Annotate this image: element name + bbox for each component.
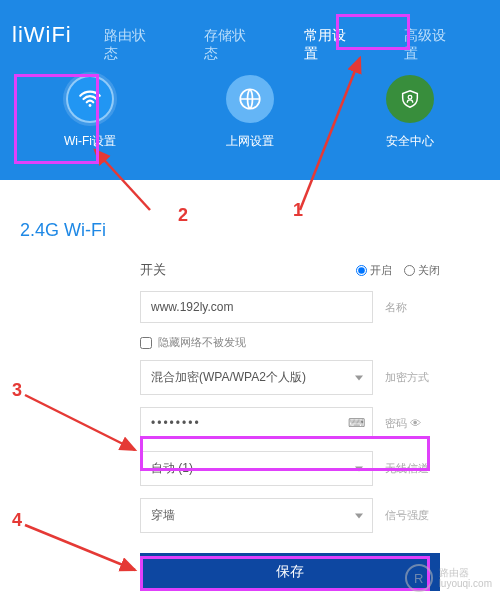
hide-ssid-label: 隐藏网络不被发现 xyxy=(158,335,246,350)
signal-label: 信号强度 xyxy=(385,508,440,523)
ssid-field-label: 名称 xyxy=(385,300,440,315)
save-button[interactable]: 保存 xyxy=(140,553,440,591)
logo: liWiFi xyxy=(12,22,72,48)
radio-off[interactable]: 关闭 xyxy=(404,263,440,278)
watermark-icon: R xyxy=(405,564,433,592)
switch-radio-group: 开启 关闭 xyxy=(356,263,440,278)
wifi-form: 开关 开启 关闭 名称 隐藏网络不被发现 混合加密(WPA/WPA2个人版) 加… xyxy=(0,261,500,591)
signal-select[interactable]: 穿墙 xyxy=(140,498,373,533)
svg-point-2 xyxy=(408,95,412,99)
tab-net-settings[interactable]: 上网设置 xyxy=(205,75,295,150)
watermark: R 路由器 luyouqi.com xyxy=(405,564,492,592)
nav-storage-status[interactable]: 存储状态 xyxy=(200,25,255,65)
ssid-input[interactable] xyxy=(140,291,373,323)
hide-ssid-checkbox[interactable] xyxy=(140,337,152,349)
channel-select[interactable]: 自动 (1) xyxy=(140,451,373,486)
watermark-line1: 路由器 xyxy=(439,567,492,578)
nav-common-settings[interactable]: 常用设置 xyxy=(300,25,355,65)
app-header: liWiFi 路由状态 存储状态 常用设置 高级设置 Wi-Fi设置 上网设置 … xyxy=(0,0,500,180)
annotation-number-4: 4 xyxy=(12,510,22,531)
wifi-icon xyxy=(66,75,114,123)
radio-on-input[interactable] xyxy=(356,265,367,276)
password-input[interactable] xyxy=(140,407,373,439)
keyboard-icon[interactable]: ⌨ xyxy=(348,416,365,430)
tab-security-center[interactable]: 安全中心 xyxy=(365,75,455,150)
wifi-label: Wi-Fi设置 xyxy=(64,133,116,150)
top-nav: 路由状态 存储状态 常用设置 高级设置 xyxy=(100,25,500,65)
annotation-number-1: 1 xyxy=(293,200,303,221)
shield-icon xyxy=(386,75,434,123)
tab-wifi-settings[interactable]: Wi-Fi设置 xyxy=(45,75,135,150)
radio-off-input[interactable] xyxy=(404,265,415,276)
settings-icon-row: Wi-Fi设置 上网设置 安全中心 xyxy=(0,75,500,150)
annotation-number-2: 2 xyxy=(178,205,188,226)
section-title: 2.4G Wi-Fi xyxy=(20,220,500,241)
svg-point-0 xyxy=(89,104,92,107)
watermark-line2: luyouqi.com xyxy=(439,578,492,589)
radio-on[interactable]: 开启 xyxy=(356,263,392,278)
channel-label: 无线信道 xyxy=(385,461,440,476)
nav-router-status[interactable]: 路由状态 xyxy=(100,25,155,65)
password-label: 密码 👁 xyxy=(385,416,440,431)
nav-advanced-settings[interactable]: 高级设置 xyxy=(400,25,455,65)
sec-label: 安全中心 xyxy=(386,133,434,150)
encryption-label: 加密方式 xyxy=(385,370,440,385)
annotation-number-3: 3 xyxy=(12,380,22,401)
globe-icon xyxy=(226,75,274,123)
net-label: 上网设置 xyxy=(226,133,274,150)
switch-label: 开关 xyxy=(140,261,200,279)
eye-icon[interactable]: 👁 xyxy=(410,417,421,429)
encryption-select[interactable]: 混合加密(WPA/WPA2个人版) xyxy=(140,360,373,395)
